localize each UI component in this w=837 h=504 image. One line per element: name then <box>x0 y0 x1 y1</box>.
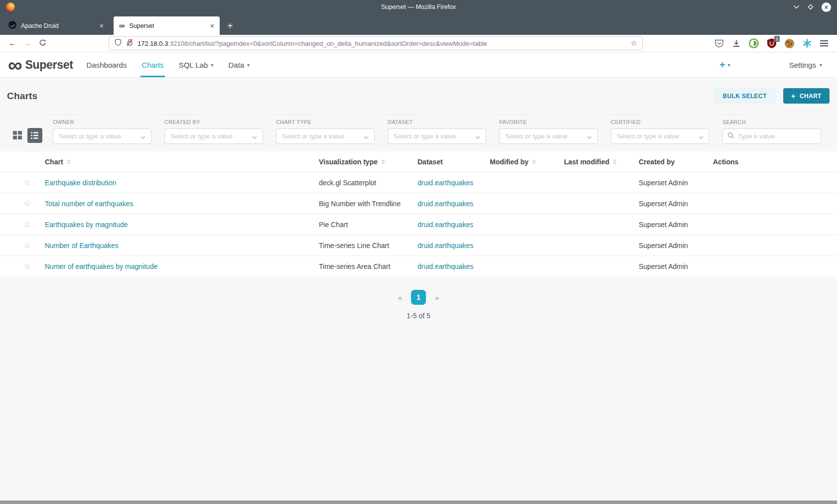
new-tab-button[interactable]: + <box>227 21 233 30</box>
search-input[interactable] <box>738 132 816 140</box>
superset-navbar: ∞ Superset Dashboards Charts SQL Lab ▾ D… <box>0 52 837 78</box>
nav-item-data[interactable]: Data ▾ <box>221 52 257 77</box>
ublock-badge: 2 <box>774 36 780 42</box>
chevron-down-icon <box>475 132 480 141</box>
pocket-icon[interactable] <box>714 39 724 48</box>
favorite-star-icon[interactable]: ☆ <box>23 178 31 187</box>
url-bar[interactable]: 172.18.0.3:32108/chart/list/?pageIndex=0… <box>109 36 643 50</box>
plus-icon: + <box>791 92 796 100</box>
created-by-filter-label: CREATED BY <box>164 119 263 125</box>
sort-icon[interactable] <box>67 159 71 164</box>
chart-type-filter-label: CHART TYPE <box>276 119 375 125</box>
dataset-link[interactable]: druid.earthquakes <box>418 200 473 208</box>
card-view-icon[interactable] <box>13 130 22 142</box>
prev-page-button[interactable]: « <box>398 293 402 302</box>
add-chart-button[interactable]: + CHART <box>783 88 830 104</box>
tracking-shield-icon[interactable] <box>114 38 122 48</box>
column-header-chart[interactable]: Chart <box>45 158 319 166</box>
chart-link[interactable]: Number of Earthquakes <box>45 242 119 250</box>
column-header-modified-by[interactable]: Modified by <box>490 158 564 166</box>
dataset-link[interactable]: druid.earthquakes <box>418 221 473 229</box>
certified-filter-select[interactable]: Select or type a value <box>611 128 709 144</box>
viz-type-cell: Time-series Area Chart <box>319 262 418 270</box>
tab-close-icon[interactable]: × <box>210 22 214 30</box>
viz-type-cell: Time-series Line Chart <box>319 242 418 250</box>
window-minimize-icon[interactable] <box>793 5 800 9</box>
nav-item-dashboards[interactable]: Dashboards <box>79 52 135 77</box>
tab-close-icon[interactable]: × <box>100 22 104 30</box>
search-label: SEARCH <box>722 119 821 125</box>
window-close-icon[interactable]: × <box>822 2 831 12</box>
bulk-select-button[interactable]: BULK SELECT <box>713 88 775 104</box>
cookie-icon[interactable] <box>785 39 794 48</box>
add-chart-label: CHART <box>800 93 822 100</box>
table-row: ☆ Number of Earthquakes Time-series Line… <box>0 235 837 255</box>
favorite-star-icon[interactable]: ☆ <box>23 241 31 250</box>
nav-item-label: Charts <box>141 61 163 69</box>
search-icon <box>727 132 734 141</box>
chart-link[interactable]: Earthquake distribution <box>45 179 116 187</box>
back-icon[interactable]: ← <box>5 39 20 48</box>
nav-item-label: Dashboards <box>87 61 127 69</box>
chevron-down-icon <box>364 132 369 141</box>
select-placeholder: Select or type a value <box>282 132 344 140</box>
reload-icon[interactable] <box>35 39 50 48</box>
insecure-lock-icon[interactable] <box>126 38 134 48</box>
druid-favicon <box>8 21 16 30</box>
created-by-cell: Superset Admin <box>639 200 713 208</box>
forward-icon: → <box>20 39 35 48</box>
menu-hamburger-icon[interactable] <box>820 43 828 44</box>
chevron-down-icon <box>252 132 257 141</box>
superset-logo[interactable]: ∞ Superset <box>8 52 73 77</box>
plus-icon: + <box>719 60 725 69</box>
url-text[interactable]: 172.18.0.3:32108/chart/list/?pageIndex=0… <box>138 40 624 47</box>
dataset-link[interactable]: druid.earthquakes <box>418 262 473 270</box>
created-by-filter-select[interactable]: Select or type a value <box>164 128 263 144</box>
chevron-down-icon <box>698 132 703 141</box>
owner-filter-select[interactable]: Select or type a value <box>53 128 151 144</box>
dataset-link[interactable]: druid.earthquakes <box>418 242 473 250</box>
favorite-star-icon[interactable]: ☆ <box>23 199 31 208</box>
tab-label: Superset <box>129 22 154 29</box>
bookmark-star-icon[interactable]: ☆ <box>631 39 637 48</box>
dataset-link[interactable]: druid.earthquakes <box>418 179 473 187</box>
ublock-shield-icon[interactable]: 2 <box>767 38 776 48</box>
column-label: Visualization type <box>319 158 378 166</box>
tab-superset[interactable]: ∞ Superset × <box>114 16 220 35</box>
list-view-icon[interactable] <box>27 128 42 145</box>
dataset-filter-select[interactable]: Select or type a value <box>388 128 486 144</box>
chart-link[interactable]: Total number of earthquakes <box>45 200 133 208</box>
favorite-filter-select[interactable]: Select or type a value <box>499 128 598 144</box>
favorite-star-icon[interactable]: ☆ <box>23 220 31 229</box>
chart-link[interactable]: Earthquakes by magnitude <box>45 221 128 229</box>
window-bottom-edge <box>0 501 837 504</box>
settings-menu[interactable]: Settings ▾ <box>789 61 822 69</box>
nav-item-sql-lab[interactable]: SQL Lab ▾ <box>171 52 221 77</box>
column-header-last-modified[interactable]: Last modified <box>564 158 639 166</box>
new-item-button[interactable]: + ▾ <box>719 60 730 69</box>
sort-icon[interactable] <box>381 159 385 164</box>
tab-apache-druid[interactable]: Apache Druid × <box>3 16 109 35</box>
chart-link[interactable]: Numer of earthquakes by magnitude <box>45 262 157 270</box>
column-label: Created by <box>639 158 675 166</box>
sort-icon[interactable] <box>613 159 617 164</box>
pagination: « 1 » <box>0 290 837 305</box>
brand-name: Superset <box>25 58 73 72</box>
sort-icon[interactable] <box>532 159 536 164</box>
viz-type-cell: deck.gl Scatterplot <box>319 179 418 187</box>
page-1-button[interactable]: 1 <box>411 290 426 305</box>
chart-type-filter-select[interactable]: Select or type a value <box>276 128 375 144</box>
nav-item-label: Data <box>228 61 244 69</box>
download-icon[interactable] <box>732 39 740 47</box>
column-header-visualization-type[interactable]: Visualization type <box>319 158 418 166</box>
column-label: Modified by <box>490 158 529 166</box>
favorite-star-icon[interactable]: ☆ <box>23 261 31 271</box>
extension-green-icon[interactable] <box>749 38 759 48</box>
window-maximize-icon[interactable] <box>807 3 814 10</box>
next-page-button[interactable]: » <box>435 293 439 302</box>
owner-filter-label: OWNER <box>53 119 151 125</box>
window-titlebar: Superset — Mozilla Firefox × <box>0 0 837 14</box>
nav-item-charts[interactable]: Charts <box>134 52 171 77</box>
created-by-cell: Superset Admin <box>639 221 713 229</box>
asterisk-extension-icon[interactable] <box>803 39 812 48</box>
